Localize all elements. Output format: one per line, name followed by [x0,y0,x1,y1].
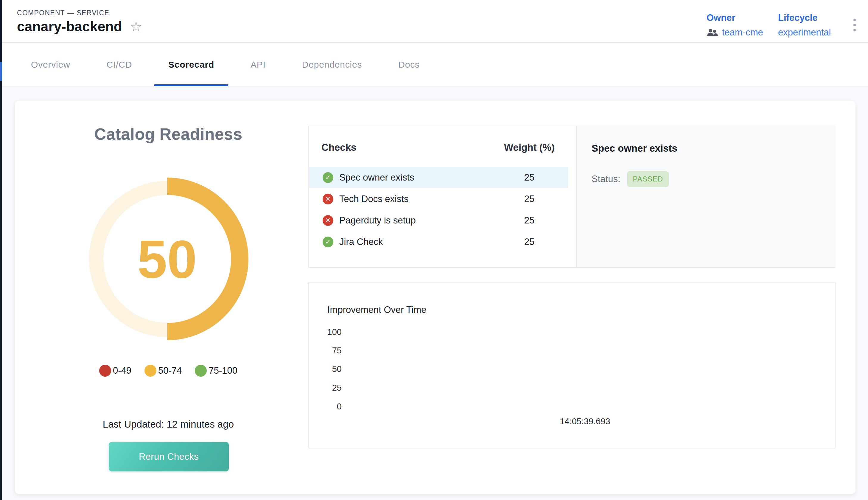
table-row-jira[interactable]: ✓ Jira Check 25 [309,231,568,253]
legend-item-mid: 50-74 [144,365,182,377]
page-title: canary-backend [17,19,122,35]
entity-tabs: Overview CI/CD Scorecard API Dependencie… [2,43,868,87]
legend-item-high: 75-100 [195,365,238,377]
kebab-dot [853,19,856,21]
legend-item-low: 0-49 [99,365,131,377]
y-axis-tick: 75 [309,346,342,355]
tab-dependencies[interactable]: Dependencies [288,43,376,86]
chart-title: Improvement Over Time [327,305,426,315]
kebab-dot [853,29,856,31]
last-updated-text: Last Updated: 12 minutes ago [15,419,322,430]
amber-dot-icon [144,365,157,377]
checks-card: Checks Weight (%) ✓ Spec owner exists 25… [308,126,835,268]
tab-api[interactable]: API [236,43,280,86]
sidebar-active-indicator [0,62,2,81]
favorite-star-icon[interactable]: ☆ [130,20,142,33]
scorecard-panel: Catalog Readiness 50 0-49 50-74 75-100 L… [15,101,856,494]
y-axis-tick: 25 [309,383,342,392]
red-dot-icon [99,365,111,377]
owner-label: Owner [707,12,763,23]
lifecycle-value: experimental [778,27,831,38]
green-dot-icon [195,365,207,377]
active-tab-underline [154,84,228,86]
table-row-tech-docs[interactable]: ✕ Tech Docs exists 25 [309,188,568,210]
table-row-pagerduty[interactable]: ✕ Pagerduty is setup 25 [309,210,568,231]
y-axis-tick: 50 [309,364,342,373]
x-axis-tick: 14:05:39.693 [554,417,616,427]
lifecycle-block: Lifecycle experimental [778,12,831,38]
check-detail-title: Spec owner exists [592,143,678,154]
tab-scorecard[interactable]: Scorecard [154,43,228,86]
owner-link[interactable]: team-cme [722,27,763,38]
checks-table: Checks Weight (%) ✓ Spec owner exists 25… [309,126,576,267]
score-legend: 0-49 50-74 75-100 [15,365,322,377]
owner-block: Owner team-cme [707,12,763,38]
gauge-score-value: 50 [84,175,251,342]
scorecard-title: Catalog Readiness [15,125,322,144]
check-detail-panel: Spec owner exists Status: PASSED [576,126,835,267]
title-row: canary-backend ☆ [17,19,142,35]
status-badge: PASSED [627,171,669,187]
check-passed-icon: ✓ [323,172,333,183]
breadcrumb: COMPONENT — SERVICE [17,9,109,17]
checks-column-header: Checks [321,142,356,153]
kebab-dot [853,24,856,26]
improvement-chart-card: Improvement Over Time 100 75 50 25 0 14:… [308,283,835,448]
status-label: Status: [592,174,621,184]
y-axis-tick: 0 [309,402,342,411]
tab-cicd[interactable]: CI/CD [92,43,146,86]
table-row-spec-owner[interactable]: ✓ Spec owner exists 25 [309,167,568,188]
collapsed-sidebar [0,0,2,500]
tab-docs[interactable]: Docs [384,43,434,86]
check-failed-icon: ✕ [323,194,333,204]
y-axis-tick: 100 [309,328,342,337]
entity-header: COMPONENT — SERVICE canary-backend ☆ Own… [2,0,868,43]
kebab-menu-icon[interactable] [850,17,859,33]
score-gauge: 50 [84,175,251,342]
users-icon [707,28,718,37]
check-passed-icon: ✓ [323,237,333,247]
rerun-checks-button[interactable]: Rerun Checks [109,442,229,471]
check-failed-icon: ✕ [323,215,333,226]
tab-overview[interactable]: Overview [17,43,84,86]
checks-rows: ✓ Spec owner exists 25 ✕ Tech Docs exist… [309,167,568,253]
weight-column-header: Weight (%) [494,142,565,153]
lifecycle-label: Lifecycle [778,12,831,23]
status-row: Status: PASSED [592,171,669,187]
